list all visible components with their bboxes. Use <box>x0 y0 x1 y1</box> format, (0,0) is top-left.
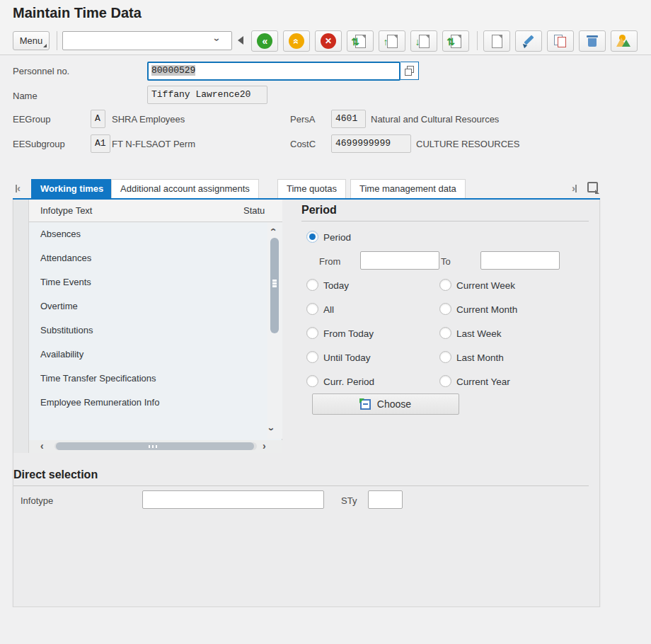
horizontal-scrollbar[interactable]: ‹ › <box>29 440 282 453</box>
tab-time-management-data[interactable]: Time management data <box>350 179 466 198</box>
sap-window: Maintain Time Data Menu › « « ✕ ⇅ ↑ ↓ ⇅ <box>0 0 651 644</box>
radio-current-year[interactable] <box>439 375 451 387</box>
column-infotype-text[interactable]: Infotype Text <box>40 205 92 216</box>
page-down-icon: ↓ <box>419 35 430 48</box>
infotype-row-attendances[interactable]: Attendances <box>29 246 267 270</box>
delete-button[interactable] <box>579 30 606 52</box>
page-up-button[interactable]: ↑ <box>379 30 405 52</box>
tab-scroll-left-icon[interactable]: ‹ <box>16 183 21 194</box>
page-last-icon: ⇅ <box>451 35 461 48</box>
choose-calendar-icon <box>360 399 371 410</box>
exit-icon: « <box>289 33 304 49</box>
eesubgroup-label: EESubgroup <box>13 139 65 149</box>
choose-button-label: Choose <box>377 398 411 410</box>
back-icon: « <box>257 33 272 49</box>
dropdown-chevron-icon[interactable]: › <box>216 34 227 45</box>
personnel-no-input[interactable]: 80000529 <box>147 62 401 81</box>
cancel-button[interactable]: ✕ <box>315 30 342 52</box>
exit-button[interactable]: « <box>283 30 310 52</box>
persa-label: PersA <box>290 114 315 125</box>
possible-entries-icon <box>405 66 415 76</box>
vertical-scrollbar[interactable]: › › <box>267 222 282 439</box>
infotype-row-overtime[interactable]: Overtime <box>29 294 267 318</box>
toolbar: Menu › « « ✕ ⇅ ↑ ↓ ⇅ <box>0 27 651 55</box>
copy-button[interactable] <box>547 30 574 52</box>
from-label: From <box>319 256 340 267</box>
radio-today[interactable] <box>306 279 318 291</box>
infotype-row-absences[interactable]: Absences <box>29 222 267 246</box>
personnel-no-label: Personnel no. <box>13 66 69 76</box>
horizontal-scrollbar-track[interactable] <box>54 442 257 450</box>
radio-until-today-label: Until Today <box>323 352 371 363</box>
infotype-input[interactable] <box>142 490 324 509</box>
copy-icon <box>553 34 568 48</box>
menu-button[interactable]: Menu <box>13 31 50 50</box>
infotype-row-time-transfer-specifications[interactable]: Time Transfer Specifications <box>29 367 267 391</box>
page-down-button[interactable]: ↓ <box>410 30 437 52</box>
radio-last-month[interactable] <box>439 351 451 363</box>
eesubgroup-value: A1 <box>95 138 106 149</box>
scroll-right-icon[interactable]: › <box>263 440 266 452</box>
infotype-row-availability[interactable]: Availability <box>29 343 267 367</box>
infotype-table: Infotype Text Statu Absences Attendances… <box>13 200 282 453</box>
collapse-toolbar-icon[interactable] <box>238 36 243 45</box>
choose-button[interactable]: Choose <box>312 393 459 415</box>
horizontal-scrollbar-thumb[interactable] <box>56 442 254 450</box>
matchcode-button[interactable] <box>401 62 419 80</box>
infotype-row-time-events[interactable]: Time Events <box>29 270 267 294</box>
costc-field: 4699999999 <box>331 134 411 153</box>
page-first-button[interactable]: ⇅ <box>347 30 374 52</box>
scroll-down-icon[interactable]: › <box>270 423 274 435</box>
direct-selection-rule <box>13 485 589 486</box>
to-date-input[interactable] <box>480 251 560 270</box>
mountains-sun-icon <box>616 35 632 47</box>
toolbar-divider <box>57 31 57 50</box>
radio-period[interactable] <box>306 231 318 243</box>
radio-until-today[interactable] <box>306 351 318 363</box>
scroll-up-icon[interactable]: › <box>270 224 274 236</box>
period-rule <box>301 221 589 222</box>
tab-overview-icon[interactable] <box>587 182 598 192</box>
tab-time-quotas[interactable]: Time quotas <box>277 179 346 198</box>
radio-curr-period[interactable] <box>306 375 318 387</box>
tab-strip: ‹ Working times Additional account assig… <box>13 179 600 198</box>
from-date-input[interactable] <box>360 251 439 270</box>
menu-button-label: Menu <box>20 35 43 46</box>
row-selector-column[interactable] <box>13 200 29 453</box>
radio-current-week[interactable] <box>439 279 451 291</box>
toolbar-divider <box>477 31 478 50</box>
infotype-row-employee-remuneration-info[interactable]: Employee Remuneration Info <box>29 391 267 415</box>
command-field[interactable] <box>62 31 232 50</box>
tab-scroll-right-icon[interactable]: › <box>572 183 577 194</box>
infotype-row-substitutions[interactable]: Substitutions <box>29 318 267 343</box>
tab-working-times[interactable]: Working times <box>31 179 113 198</box>
eegroup-text: SHRA Employees <box>112 114 185 125</box>
radio-current-year-label: Current Year <box>456 376 510 387</box>
overview-button[interactable] <box>611 30 638 52</box>
name-field: Tiffany Lawrence20 <box>147 86 267 104</box>
vertical-scrollbar-thumb[interactable] <box>270 238 279 333</box>
title-bar: Maintain Time Data <box>0 0 651 27</box>
page-up-icon: ↑ <box>387 35 398 48</box>
radio-current-month[interactable] <box>439 303 451 315</box>
radio-curr-period-label: Curr. Period <box>323 376 374 387</box>
tab-additional-account-assignments[interactable]: Additional account assignments <box>111 179 259 198</box>
radio-all[interactable] <box>306 303 318 315</box>
radio-from-today[interactable] <box>306 327 318 339</box>
page-first-icon: ⇅ <box>355 35 366 48</box>
radio-last-week-label: Last Week <box>456 328 502 339</box>
scroll-left-icon[interactable]: ‹ <box>40 440 44 452</box>
costc-value: 4699999999 <box>335 138 391 149</box>
radio-last-week[interactable] <box>439 327 451 339</box>
back-button[interactable]: « <box>251 30 278 52</box>
sty-input[interactable] <box>368 490 403 509</box>
radio-from-today-label: From Today <box>323 328 374 339</box>
column-status[interactable]: Statu <box>243 205 265 216</box>
radio-all-label: All <box>323 304 334 315</box>
change-button[interactable] <box>515 30 542 52</box>
radio-current-week-label: Current Week <box>456 280 515 291</box>
persa-field: 4601 <box>331 110 366 128</box>
to-label: To <box>441 256 451 267</box>
page-last-button[interactable]: ⇅ <box>442 30 469 52</box>
create-button[interactable] <box>483 30 510 52</box>
